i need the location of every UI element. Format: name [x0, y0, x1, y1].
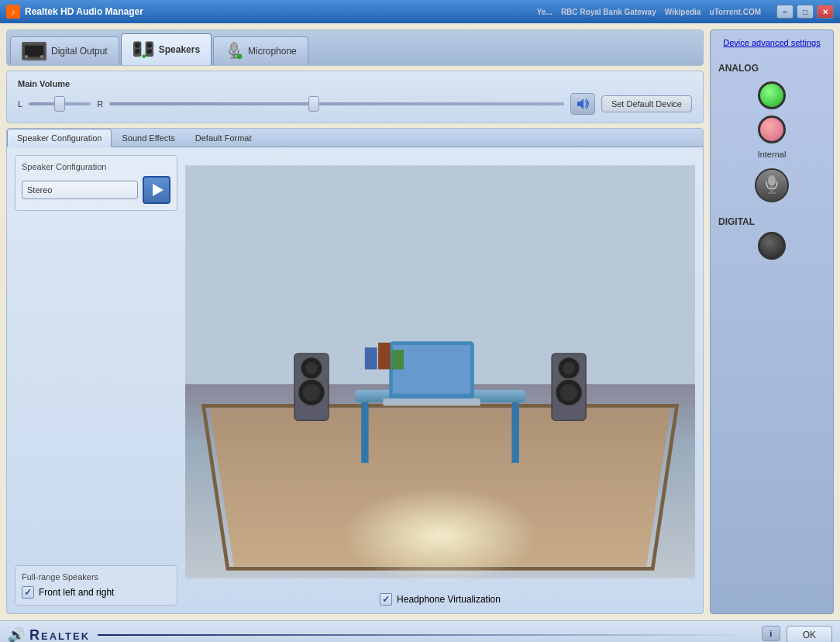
svg-rect-1	[25, 46, 43, 57]
left-panel: Digital Output	[6, 29, 704, 614]
svg-rect-13	[232, 55, 235, 57]
spacer	[15, 219, 177, 557]
internal-label: Internal	[758, 150, 787, 159]
set-default-button[interactable]: Set Default Device	[601, 95, 692, 112]
volume-slider[interactable]	[109, 102, 564, 105]
svg-rect-38	[365, 347, 377, 369]
svg-point-27	[305, 362, 318, 374]
titlebar: ♪ Realtek HD Audio Manager Ye... RBC Roy…	[0, 0, 840, 23]
main-volume-section: Main Volume L R Set Default Devi	[6, 71, 704, 123]
microphone-icon	[225, 42, 243, 60]
left-label: L	[18, 99, 22, 109]
svg-point-2	[25, 55, 28, 58]
headphone-virtualization-checkbox[interactable]: ✓	[380, 593, 392, 606]
device-advanced-settings-link[interactable]: Device advanced settings	[723, 38, 820, 47]
close-button[interactable]: ✕	[817, 5, 834, 19]
headphone-virtualization-label: Headphone Virtualization	[397, 594, 501, 605]
pink-connector[interactable]	[758, 116, 786, 143]
svg-point-11	[231, 43, 238, 52]
speaker-config-group: Speaker Configuration Stereo Quadraphoni…	[15, 155, 177, 211]
speaker-visualization: ✓ Headphone Virtualization	[185, 155, 695, 606]
svg-marker-16	[577, 98, 584, 109]
volume-label: Main Volume	[18, 79, 692, 88]
titlebar-title: Realtek HD Audio Manager	[25, 6, 537, 17]
svg-rect-37	[383, 399, 480, 406]
config-row: Stereo Quadraphonic 5.1 Surround 7.1 Sur…	[22, 176, 170, 204]
svg-rect-5	[135, 43, 139, 47]
realtek-text: Realtek	[29, 627, 90, 643]
main-container: Digital Output	[0, 23, 840, 620]
ok-button[interactable]: OK	[787, 626, 832, 642]
tab-digital-output-label: Digital Output	[51, 46, 108, 57]
checkmark-icon: ✓	[24, 587, 32, 598]
svg-rect-12	[232, 51, 235, 55]
tabs-header: Digital Output	[7, 30, 703, 65]
taskbar-strip-items: Ye... RBC Royal Bank Gateway Wikipedia u…	[537, 8, 761, 16]
realtek-line	[98, 634, 754, 636]
restore-button[interactable]: □	[797, 5, 814, 19]
config-left-panel: Speaker Configuration Stereo Quadraphoni…	[15, 155, 177, 606]
right-panel: Device advanced settings ANALOG Internal…	[710, 29, 834, 614]
svg-point-15	[237, 54, 243, 59]
svg-point-32	[563, 362, 575, 374]
headphone-virtualization-row: ✓ Headphone Virtualization	[380, 593, 501, 606]
info-button[interactable]: i	[762, 626, 780, 641]
bottom-actions: i OK	[762, 626, 832, 642]
play-button[interactable]	[143, 176, 170, 204]
digital-connector[interactable]	[758, 232, 786, 260]
svg-point-29	[303, 384, 320, 401]
minimize-button[interactable]: –	[776, 5, 794, 19]
room-scene-svg	[185, 155, 695, 588]
analog-section-label: ANALOG	[718, 63, 759, 74]
svg-point-21	[318, 463, 561, 585]
speaker-config-dropdown[interactable]: Stereo Quadraphonic 5.1 Surround 7.1 Sur…	[22, 181, 138, 199]
front-left-right-row: ✓ Front left and right	[22, 586, 170, 599]
bottom-bar: 🔊 Realtek i OK	[0, 620, 840, 642]
svg-rect-9	[146, 49, 151, 54]
titlebar-controls: – □ ✕	[776, 5, 834, 19]
svg-rect-43	[770, 189, 773, 192]
digital-output-icon	[22, 42, 46, 60]
tab-default-format[interactable]: Default Format	[185, 129, 262, 147]
app-icon: ♪	[6, 5, 20, 19]
tab-sound-effects[interactable]: Sound Effects	[112, 129, 184, 147]
svg-rect-44	[768, 192, 776, 194]
inner-tab-content: Speaker Configuration Stereo Quadraphoni…	[7, 147, 703, 613]
svg-point-34	[560, 384, 577, 401]
svg-rect-6	[135, 49, 139, 54]
tab-digital-output[interactable]: Digital Output	[10, 36, 119, 65]
volume-row: L R Set Default Device	[18, 93, 692, 115]
tab-speakers[interactable]: Speakers	[121, 33, 212, 65]
headphone-checkmark-icon: ✓	[382, 594, 390, 605]
svg-rect-36	[393, 345, 470, 394]
tab-microphone-label: Microphone	[248, 46, 297, 57]
tab-speaker-configuration[interactable]: Speaker Configuration	[7, 129, 112, 147]
svg-rect-40	[391, 350, 404, 369]
speaker-config-label: Speaker Configuration	[22, 162, 170, 171]
svg-rect-8	[146, 43, 151, 47]
svg-point-10	[142, 54, 146, 58]
balance-thumb[interactable]	[54, 96, 65, 112]
right-label: R	[97, 99, 103, 109]
svg-rect-39	[378, 343, 391, 369]
tab-speakers-label: Speakers	[159, 44, 200, 55]
volume-thumb[interactable]	[308, 96, 319, 112]
svg-rect-14	[231, 57, 238, 59]
front-left-right-checkbox[interactable]: ✓	[22, 586, 34, 599]
play-icon	[153, 184, 164, 196]
full-range-label: Full-range Speakers	[22, 572, 170, 582]
full-range-group: Full-range Speakers ✓ Front left and rig…	[15, 565, 177, 606]
inner-tabs-section: Speaker Configuration Sound Effects Defa…	[6, 128, 704, 614]
svg-rect-24	[511, 402, 518, 463]
svg-point-3	[40, 55, 43, 58]
balance-slider[interactable]	[29, 102, 91, 105]
mute-button[interactable]	[570, 93, 595, 115]
tabs-container: Digital Output	[6, 29, 704, 66]
inner-tabs-header: Speaker Configuration Sound Effects Defa…	[7, 129, 703, 147]
realtek-icon: 🔊	[8, 626, 25, 642]
mic-connector[interactable]	[755, 168, 789, 202]
svg-rect-23	[361, 402, 368, 463]
digital-section-label: DIGITAL	[718, 216, 755, 227]
green-connector[interactable]	[758, 81, 786, 109]
tab-microphone[interactable]: Microphone	[213, 36, 308, 65]
